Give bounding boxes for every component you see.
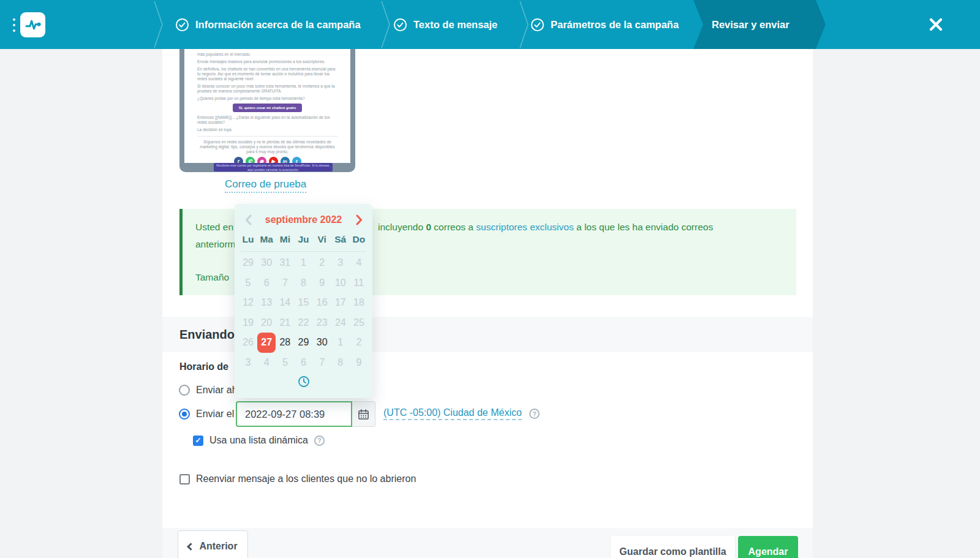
email-paragraph: La decisión es tuya. xyxy=(197,127,337,132)
calendar-day[interactable]: 7 xyxy=(276,273,294,293)
calendar-day[interactable]: 2 xyxy=(350,333,368,353)
email-divider xyxy=(197,136,337,137)
resend-label: Reenviar mensaje a los clientes que no l… xyxy=(196,473,416,484)
calendar-day[interactable]: 21 xyxy=(276,313,294,333)
calendar-day[interactable]: 8 xyxy=(331,353,350,373)
email-social-note: Síguenos en redes sociales y no te pierd… xyxy=(197,140,337,154)
calendar-day[interactable]: 18 xyxy=(350,293,368,313)
calendar-day[interactable]: 6 xyxy=(294,353,312,373)
timezone-link[interactable]: (UTC -05:00) Ciudad de México xyxy=(383,407,522,420)
calendar-day[interactable]: 16 xyxy=(313,293,331,313)
email-preview-paragraphs: más populares en el mercado.Enviar mensa… xyxy=(197,52,337,101)
weekday-label: Lu xyxy=(239,234,257,245)
calendar-day[interactable]: 2 xyxy=(313,253,331,273)
step-label: Parámetros de la campaña xyxy=(551,19,679,31)
calendar-day[interactable]: 29 xyxy=(239,253,257,273)
calendar-day[interactable]: 24 xyxy=(331,313,350,333)
calendar-day[interactable]: 10 xyxy=(331,273,350,293)
dynamic-list-help-icon[interactable]: ? xyxy=(314,435,325,446)
calendar-toggle-button[interactable] xyxy=(352,401,375,427)
schedule-label: Horario de xyxy=(179,361,228,372)
schedule-button[interactable]: Agendar xyxy=(738,536,798,558)
calendar-day[interactable]: 6 xyxy=(257,273,276,293)
datetime-field xyxy=(236,401,375,427)
step-separator xyxy=(380,0,391,49)
calendar-day[interactable]: 19 xyxy=(239,313,257,333)
step-label: Revisar y enviar xyxy=(712,19,790,31)
weekday-label: Mi xyxy=(276,234,294,245)
calendar-day[interactable]: 27 xyxy=(257,333,276,353)
calendar-day[interactable]: 23 xyxy=(313,313,331,333)
sending-section-title: Enviando xyxy=(179,328,235,342)
datetime-input[interactable] xyxy=(236,401,352,427)
calendar-day[interactable]: 31 xyxy=(276,253,294,273)
weekday-label: Vi xyxy=(313,234,331,245)
calendar-day[interactable]: 12 xyxy=(239,293,257,313)
calendar-day[interactable]: 26 xyxy=(239,333,257,353)
test-email-link[interactable]: Correo de prueba xyxy=(225,178,306,193)
resend-option[interactable]: Reenviar mensaje a los clientes que no l… xyxy=(179,473,416,484)
save-as-template-button[interactable]: Guardar como plantilla xyxy=(611,536,735,558)
time-picker-icon[interactable] xyxy=(235,375,372,388)
dynamic-list-option[interactable]: ✓ Usa una lista dinámica ? xyxy=(193,435,325,446)
step-campaign-params[interactable]: Parámetros de la campaña xyxy=(530,0,679,49)
close-icon[interactable] xyxy=(926,15,946,34)
datepicker-divider xyxy=(241,251,366,252)
calendar-day[interactable]: 3 xyxy=(239,353,257,373)
calendar-day[interactable]: 30 xyxy=(313,333,331,353)
calendar-day[interactable]: 7 xyxy=(313,353,331,373)
chevron-left-icon xyxy=(187,543,195,551)
calendar-day[interactable]: 20 xyxy=(257,313,276,333)
step-separator xyxy=(519,0,530,49)
calendar-day[interactable]: 30 xyxy=(257,253,276,273)
exclusive-subscribers-link[interactable]: suscriptores exclusivos xyxy=(476,222,573,232)
notice-line2: anteriorm xyxy=(195,239,235,250)
email-paragraph: Entonces {{NAME}}... ¿Darás el siguiente… xyxy=(197,115,337,125)
campaign-wizard: Información acerca de la campaña Texto d… xyxy=(0,0,980,558)
email-unsubscribe-bar: Recibiste este correo por registrarte en… xyxy=(214,163,333,172)
calendar-day[interactable]: 13 xyxy=(257,293,276,313)
calendar-day[interactable]: 9 xyxy=(350,353,368,373)
send-now-option[interactable]: Enviar ah xyxy=(179,385,238,396)
calendar-day[interactable]: 4 xyxy=(350,253,368,273)
calendar-day[interactable]: 5 xyxy=(276,353,294,373)
calendar-day[interactable]: 1 xyxy=(294,253,312,273)
calendar-day[interactable]: 8 xyxy=(294,273,312,293)
next-month-icon[interactable] xyxy=(355,214,363,226)
calendar-day[interactable]: 4 xyxy=(257,353,276,373)
month-title: septiembre 2022 xyxy=(265,214,342,225)
calendar-day[interactable]: 15 xyxy=(294,293,312,313)
send-now-label: Enviar ah xyxy=(196,385,238,396)
email-cta-button: Sí, quiero crear mi chatbot gratis xyxy=(233,104,303,112)
calendar-day[interactable]: 28 xyxy=(276,333,294,353)
check-circle-icon xyxy=(530,18,545,32)
checkbox-checked-icon[interactable]: ✓ xyxy=(193,435,203,446)
weekday-label: Sá xyxy=(331,234,350,245)
step-message-text[interactable]: Texto de mensaje xyxy=(393,0,497,49)
calendar-day[interactable]: 17 xyxy=(331,293,350,313)
notice-line1-right: incluyendo 0 correos a suscriptores excl… xyxy=(378,222,713,233)
calendar-day[interactable]: 1 xyxy=(331,333,350,353)
prev-month-icon[interactable] xyxy=(244,214,252,226)
timezone-help-icon[interactable]: ? xyxy=(529,409,540,419)
calendar-day[interactable]: 9 xyxy=(313,273,331,293)
checkbox-unchecked-icon[interactable] xyxy=(179,474,190,484)
datepicker-header: septiembre 2022 xyxy=(235,204,372,226)
sendpulse-logo[interactable] xyxy=(20,12,45,37)
dynamic-list-label: Usa una lista dinámica xyxy=(209,435,308,446)
radio-unchecked-icon[interactable] xyxy=(179,385,190,396)
radio-checked-icon[interactable] xyxy=(179,409,190,420)
calendar-day[interactable]: 5 xyxy=(239,273,257,293)
previous-button[interactable]: Anterior xyxy=(178,530,248,558)
calendar-day[interactable]: 14 xyxy=(276,293,294,313)
step-review-send[interactable]: Revisar y enviar xyxy=(712,0,790,49)
send-later-option[interactable]: Enviar el xyxy=(179,409,234,420)
step-campaign-info[interactable]: Información acerca de la campaña xyxy=(175,0,361,49)
calendar-day[interactable]: 29 xyxy=(294,333,312,353)
calendar-day[interactable]: 25 xyxy=(350,313,368,333)
calendar-day[interactable]: 22 xyxy=(294,313,312,333)
calendar-day[interactable]: 11 xyxy=(350,273,368,293)
notice-line1-left: Usted en xyxy=(195,222,233,233)
calendar-day[interactable]: 3 xyxy=(331,253,350,273)
notice-size-line: Tamaño xyxy=(195,272,229,283)
